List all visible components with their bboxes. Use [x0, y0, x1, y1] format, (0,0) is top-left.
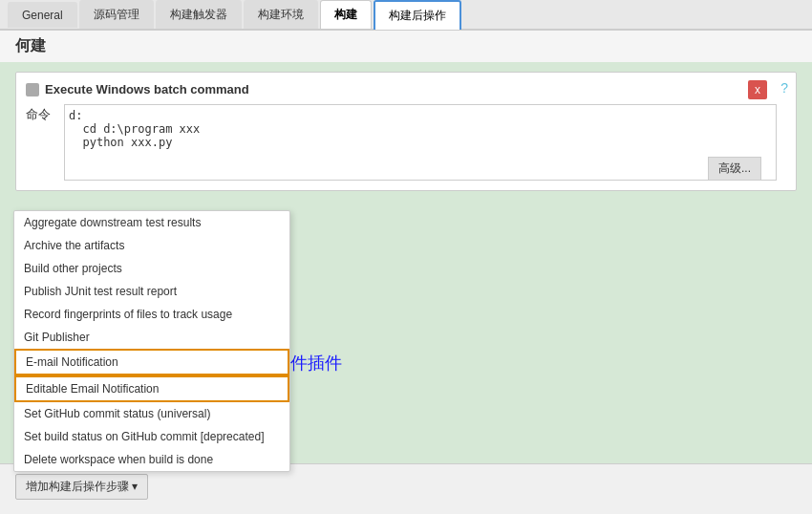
- dropdown-item-delete-workspace[interactable]: Delete workspace when build is done: [14, 448, 289, 471]
- command-label: 命令: [26, 104, 64, 123]
- dropdown-item-editable-email[interactable]: Editable Email Notification: [14, 375, 289, 402]
- button-bar: 保存 应用: [0, 509, 812, 514]
- dropdown-item-github-status[interactable]: Set GitHub commit status (universal): [14, 402, 289, 425]
- tab-build[interactable]: 构建: [320, 0, 372, 29]
- main-content: Execute Windows batch command x ? 命令 d: …: [0, 62, 812, 463]
- command-input[interactable]: d: cd d:\program xxx python xxx.py: [64, 104, 777, 181]
- dropdown-item-email[interactable]: E-mail Notification: [14, 349, 289, 375]
- dropdown-item-build-other[interactable]: Build other projects: [14, 257, 289, 280]
- page-title: 何建: [0, 31, 812, 62]
- dropdown-item-aggregate[interactable]: Aggregate downstream test results: [14, 211, 289, 234]
- add-step-button[interactable]: 增加构建后操作步骤: [15, 474, 148, 500]
- advanced-button[interactable]: 高级...: [708, 157, 761, 181]
- tab-env[interactable]: 构建环境: [244, 0, 318, 29]
- command-card-title: Execute Windows batch command: [26, 82, 786, 96]
- tab-bar: General 源码管理 构建触发器 构建环境 构建 构建后操作: [0, 0, 812, 31]
- dropdown-item-build-status[interactable]: Set build status on GitHub commit [depre…: [14, 425, 289, 448]
- command-card: Execute Windows batch command x ? 命令 d: …: [15, 72, 797, 191]
- tab-general[interactable]: General: [8, 2, 77, 28]
- dropdown-item-junit[interactable]: Publish JUnit test result report: [14, 280, 289, 303]
- tab-post-build[interactable]: 构建后操作: [374, 0, 461, 30]
- dropdown-item-archive[interactable]: Archive the artifacts: [14, 234, 289, 257]
- help-button[interactable]: ?: [780, 80, 788, 96]
- close-button[interactable]: x: [748, 80, 767, 99]
- dropdown-item-fingerprint[interactable]: Record fingerprints of files to track us…: [14, 303, 289, 326]
- dropdown-menu: Aggregate downstream test results Archiv…: [13, 210, 290, 472]
- tab-trigger[interactable]: 构建触发器: [156, 0, 242, 29]
- dropdown-item-git-publisher[interactable]: Git Publisher: [14, 326, 289, 349]
- tab-source[interactable]: 源码管理: [79, 0, 154, 29]
